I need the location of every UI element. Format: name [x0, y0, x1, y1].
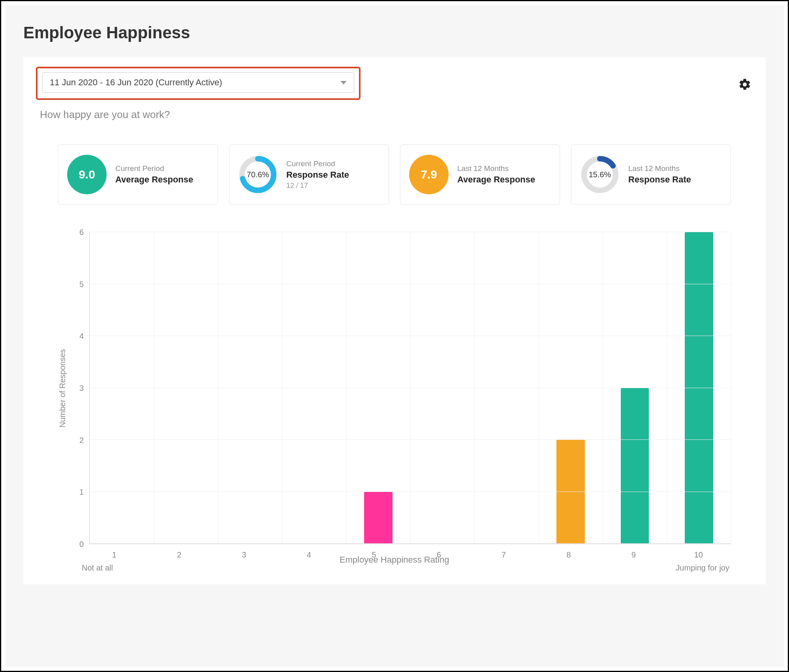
- bar-8: [539, 232, 603, 544]
- chart-plot-area: [89, 232, 731, 544]
- x-axis-high-label: Jumping for joy: [676, 563, 729, 573]
- y-axis-label: Number of Responses: [58, 349, 67, 428]
- x-axis-low-label: Not at all: [82, 563, 113, 573]
- bar-3: [218, 232, 282, 544]
- bar-2: [154, 232, 218, 544]
- metric-current-rate: 70.6% Current Period Response Rate 12 / …: [229, 145, 389, 205]
- x-tick: 9: [601, 550, 666, 559]
- metric-context: Last 12 Months: [457, 164, 535, 173]
- x-tick: 3: [212, 550, 276, 559]
- metric-label: Average Response: [457, 175, 535, 185]
- metric-current-average: 9.0 Current Period Average Response: [58, 145, 218, 205]
- metric-year-average-circle: 7.9: [409, 155, 449, 194]
- x-tick: 8: [536, 550, 601, 559]
- metric-subvalue: 12 / 17: [286, 182, 349, 190]
- bar-7: [474, 232, 538, 544]
- period-select[interactable]: 11 Jun 2020 - 16 Jun 2020 (Currently Act…: [42, 72, 354, 93]
- metric-label: Average Response: [115, 175, 193, 185]
- y-axis-ticks: 0123456: [73, 232, 89, 544]
- bar-5: [346, 232, 410, 544]
- bar-1: [90, 232, 154, 544]
- x-tick: 7: [471, 550, 536, 559]
- chevron-down-icon: [340, 81, 347, 84]
- bar-6: [410, 232, 474, 544]
- period-select-highlight: 11 Jun 2020 - 16 Jun 2020 (Currently Act…: [36, 67, 361, 100]
- metric-year-average: 7.9 Last 12 Months Average Response: [400, 145, 560, 205]
- metric-label: Response Rate: [628, 175, 691, 185]
- metric-context: Last 12 Months: [628, 164, 691, 173]
- page-title: Employee Happiness: [23, 23, 766, 42]
- dashboard-card: 11 Jun 2020 - 16 Jun 2020 (Currently Act…: [23, 57, 766, 584]
- metric-year-rate: 15.6% Last 12 Months Response Rate: [571, 145, 731, 205]
- x-axis-label: Employee Happiness Rating: [340, 555, 449, 573]
- metric-label: Response Rate: [286, 170, 349, 180]
- metric-context: Current Period: [115, 164, 193, 173]
- happiness-bar-chart: Number of Responses 0123456 12345678910 …: [38, 232, 751, 573]
- metric-context: Current Period: [286, 160, 349, 168]
- survey-question: How happy are you at work?: [40, 109, 751, 121]
- x-tick: 2: [147, 550, 211, 559]
- period-select-value: 11 Jun 2020 - 16 Jun 2020 (Currently Act…: [50, 77, 222, 88]
- bar-9: [603, 232, 667, 544]
- metric-current-rate-donut: 70.6%: [238, 155, 278, 194]
- x-tick: 1: [82, 550, 147, 559]
- gear-icon[interactable]: [738, 78, 751, 91]
- x-tick: 4: [276, 550, 341, 559]
- metrics-row: 9.0 Current Period Average Response 70.6…: [38, 145, 751, 205]
- metric-current-average-circle: 9.0: [67, 155, 107, 194]
- x-tick: 10: [666, 550, 731, 559]
- bar-10: [667, 232, 731, 544]
- metric-year-rate-donut: 15.6%: [580, 155, 620, 194]
- bar-4: [282, 232, 346, 544]
